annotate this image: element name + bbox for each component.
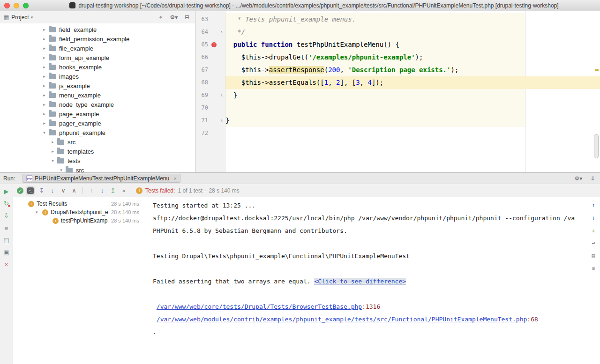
project-tree-item[interactable]: ▸field_example xyxy=(0,25,195,34)
chevron-right-icon[interactable]: ▸ xyxy=(41,65,47,69)
stop-icon[interactable]: ■ xyxy=(2,223,11,232)
run-tab[interactable]: php PHPUnitExampleMenuTest.testPhpUnitEx… xyxy=(22,174,180,183)
chevron-right-icon[interactable]: ▸ xyxy=(41,93,47,97)
show-console-icon[interactable]: >_ xyxy=(27,187,34,194)
chevron-right-icon[interactable]: ▸ xyxy=(41,83,47,88)
sort-alphabetically-icon[interactable]: ↓ xyxy=(48,186,57,195)
chevron-right-icon[interactable]: ▸ xyxy=(41,55,47,60)
previous-failed-test-icon[interactable]: ↑ xyxy=(87,186,96,195)
chevron-down-icon[interactable]: ▾ xyxy=(36,210,42,215)
restore-layout-icon[interactable]: ▤ xyxy=(2,236,11,244)
chevron-down-icon[interactable]: ▾ xyxy=(58,168,64,172)
fold-marker-icon[interactable]: ∧ xyxy=(220,114,223,127)
project-tree-item[interactable]: ▸hooks_example xyxy=(0,62,195,72)
project-panel-title[interactable]: Project xyxy=(11,14,29,21)
project-tree-item[interactable]: ▸menu_example xyxy=(0,90,195,100)
chevron-right-icon[interactable]: ▸ xyxy=(41,102,47,107)
gutter-cell: 64∧ xyxy=(195,26,225,38)
test-tree-row[interactable]: ▾!Drupal\Tests\phpunit_ex...28 s 140 ms xyxy=(13,208,146,216)
minimize-window-button[interactable] xyxy=(14,3,19,8)
console-text: :1316 xyxy=(362,303,380,310)
folder-icon xyxy=(49,83,56,89)
expand-all-icon[interactable]: ∨ xyxy=(59,186,68,195)
rerun-icon[interactable]: ▶ xyxy=(2,187,11,195)
gutter-marks: ! xyxy=(210,38,225,51)
next-failed-test-icon[interactable]: ↓ xyxy=(98,186,106,195)
project-tree-item[interactable]: ▸file_example xyxy=(0,44,195,53)
console-text: :68 xyxy=(527,316,538,323)
chevron-right-icon[interactable]: ▸ xyxy=(41,46,47,51)
deprecated-call: assertResponse xyxy=(269,66,324,74)
close-icon[interactable]: × xyxy=(2,260,11,268)
chevron-right-icon[interactable]: ▸ xyxy=(41,74,47,79)
test-tree-row[interactable]: !testPhpUnitExampleM...28 s 140 ms xyxy=(13,216,146,225)
code-segment: $this-> xyxy=(225,66,269,74)
chevron-right-icon[interactable]: ▸ xyxy=(50,149,56,154)
chevron-down-icon[interactable]: ▾ xyxy=(41,130,47,135)
soft-wrap-icon[interactable]: ↩ xyxy=(589,239,598,247)
editor-scrollbar-thumb[interactable] xyxy=(594,134,599,158)
chevron-down-icon[interactable]: ▾ xyxy=(50,158,56,163)
project-view-icon: ▦ xyxy=(4,14,9,21)
show-passed-icon[interactable]: ✓ xyxy=(17,187,23,194)
clear-all-icon[interactable]: ⊘ xyxy=(589,264,598,273)
more-icon[interactable]: » xyxy=(120,186,128,195)
settings-gear-icon[interactable]: ⚙▾ xyxy=(574,174,583,183)
down-the-stack-trace-icon[interactable]: ↓ xyxy=(589,214,598,222)
fold-marker-icon[interactable]: ∧ xyxy=(220,26,223,38)
code-line: 64∧ */ xyxy=(195,26,600,38)
project-tree-item[interactable]: ▸form_api_example xyxy=(0,53,195,62)
code-segment: , xyxy=(328,79,336,86)
toggle-auto-test-icon[interactable]: ⇩ xyxy=(2,211,11,220)
rerun-failed-tests-icon[interactable]: ↻ xyxy=(2,199,11,208)
chevron-right-icon[interactable]: ▸ xyxy=(50,140,56,144)
hide-window-icon[interactable]: ⇓ xyxy=(588,174,597,183)
project-tree-item[interactable]: ▸field_permission_example xyxy=(0,34,195,44)
code-segment: ); xyxy=(450,66,458,74)
close-tab-icon[interactable]: × xyxy=(173,176,176,181)
folder-name: phpunit_example xyxy=(59,129,105,136)
console-link[interactable]: <Click to see difference> xyxy=(314,278,406,285)
console-link[interactable]: /var/www/web/modules/contrib/examples/ph… xyxy=(157,316,527,323)
test-tree-row[interactable]: !Test Results28 s 140 ms xyxy=(13,200,146,208)
chevron-right-icon[interactable]: ▸ xyxy=(41,27,47,32)
project-tree-item[interactable]: ▸node_type_example xyxy=(0,100,195,109)
project-tree-item[interactable]: ▸images xyxy=(0,72,195,81)
project-tree-item[interactable]: ▸src xyxy=(0,137,195,147)
chevron-right-icon[interactable]: ▸ xyxy=(41,121,47,126)
project-tree-item[interactable]: ▾phpunit_example xyxy=(0,128,195,137)
print-icon[interactable]: ▤ xyxy=(589,252,598,260)
pin-tab-icon[interactable]: ▣ xyxy=(2,248,11,256)
project-tree-item[interactable]: ▸pager_example xyxy=(0,119,195,128)
hide-panel-icon[interactable]: ⊟ xyxy=(183,13,191,22)
locate-file-icon[interactable]: ⌖ xyxy=(157,13,165,22)
warning-stripe-mark[interactable] xyxy=(595,69,599,71)
project-tree-item[interactable]: ▸js_example xyxy=(0,81,195,90)
settings-gear-icon[interactable]: ⚙▾ xyxy=(170,13,178,22)
folder-icon xyxy=(49,121,56,126)
close-window-button[interactable] xyxy=(4,3,10,8)
code-line: 65! public function testPhpUnitExampleMe… xyxy=(195,38,600,51)
collapse-all-icon[interactable]: ∧ xyxy=(70,186,78,195)
project-tree-item[interactable]: ▾tests xyxy=(0,156,195,165)
up-the-stack-trace-icon[interactable]: ↑ xyxy=(589,201,598,209)
import-test-results-icon[interactable]: ↥ xyxy=(109,186,117,195)
project-tree-item[interactable]: ▸page_example xyxy=(0,109,195,119)
project-tree-item[interactable]: ▸templates xyxy=(0,147,195,156)
editor[interactable]: 63 * Tests phpunit_example menus.64∧ */6… xyxy=(195,11,600,172)
failed-test-run-icon[interactable]: ! xyxy=(211,42,217,47)
console-link[interactable]: /var/www/web/core/tests/Drupal/Tests/Bro… xyxy=(157,303,362,310)
chevron-right-icon[interactable]: ▸ xyxy=(41,37,47,41)
scroll-to-end-icon[interactable]: ⇓ xyxy=(589,226,598,235)
chevron-down-icon[interactable]: ▾ xyxy=(31,15,33,20)
fold-marker-icon[interactable]: ∧ xyxy=(220,89,223,102)
run-tool-window: Run: php PHPUnitExampleMenuTest.testPhpU… xyxy=(0,172,600,364)
zoom-window-button[interactable] xyxy=(23,3,29,8)
project-tree-item[interactable]: ▾src xyxy=(0,165,195,172)
tests-failed-label: Tests failed: xyxy=(145,187,175,194)
code-segment: public function xyxy=(233,41,292,48)
code-text xyxy=(225,127,600,140)
sort-by-duration-icon[interactable]: ↧ xyxy=(38,186,46,195)
chevron-right-icon[interactable]: ▸ xyxy=(41,111,47,116)
code-text: * Tests phpunit_example menus. xyxy=(225,13,600,26)
